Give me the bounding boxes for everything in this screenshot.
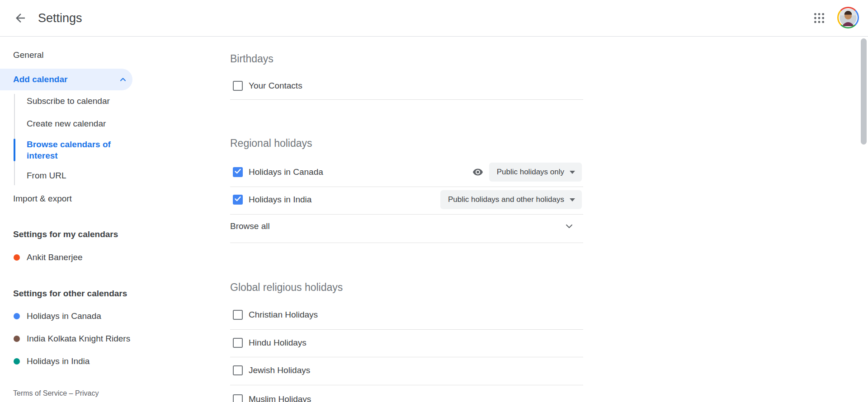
dropdown-holidays-in-india[interactable]: Public holidays and other holidays [440,190,582,209]
sidebar-heading-other-calendars: Settings for other calendars [13,285,127,303]
section-heading-regional-holidays: Regional holidays [230,137,312,150]
caret-down-icon [570,171,575,174]
arrow-back-icon [14,19,27,26]
sidebar-item-holidays-in-india[interactable]: Holidays in India [0,352,145,370]
row-muslim-holidays: Muslim Holidays [230,385,583,402]
checkbox-your-contacts[interactable] [233,81,243,91]
divider [230,243,583,243]
checkbox-muslim-holidays[interactable] [233,394,243,402]
checkbox-holidays-in-canada[interactable] [233,167,243,177]
dropdown-holidays-in-canada[interactable]: Public holidays only [489,163,582,182]
calendar-color-dot [14,313,20,319]
chevron-down-icon [564,221,575,232]
section-heading-global-religious-holidays: Global religious holidays [230,281,343,294]
checkbox-jewish-holidays[interactable] [233,365,243,375]
apps-grid-icon [813,19,825,25]
row-your-contacts: Your Contacts [230,71,583,100]
caret-down-icon [570,198,575,201]
settings-page: Settings [0,0,868,402]
scrollbar-thumb[interactable] [861,38,867,145]
sidebar-item-general[interactable]: General [13,46,44,64]
privacy-link[interactable]: Privacy [75,389,99,397]
user-photo [839,8,858,27]
calendar-color-dot [14,254,20,261]
checkbox-holidays-in-india[interactable] [233,195,243,205]
check-icon [234,195,242,205]
row-hindu-holidays: Hindu Holidays [230,328,583,357]
back-button[interactable] [13,11,28,26]
chevron-up-icon [118,75,127,86]
checkbox-hindu-holidays[interactable] [233,338,243,348]
row-jewish-holidays: Jewish Holidays [230,356,583,385]
terms-of-service-link[interactable]: Terms of Service [13,389,67,397]
sidebar-item-add-calendar[interactable]: Add calendar [0,69,132,90]
header: Settings [0,0,868,37]
sidebar-item-import-export[interactable]: Import & export [13,190,72,208]
google-apps-button[interactable] [812,12,826,25]
calendar-color-dot [14,336,20,342]
row-christian-holidays: Christian Holidays [230,300,583,329]
submenu-active-indicator [14,139,15,161]
visibility-preview-button[interactable] [472,167,483,178]
sidebar-heading-my-calendars: Settings for my calendars [13,225,118,243]
account-avatar[interactable] [837,7,859,28]
main-content: Birthdays Your Contacts Regional holiday… [230,37,583,402]
page-title: Settings [38,0,82,37]
check-icon [234,167,242,177]
calendar-color-dot [14,358,20,365]
row-browse-all[interactable]: Browse all [230,212,583,241]
sidebar-item-browse-calendars-of-interest[interactable]: Browse calendars of interest [27,139,113,161]
footer-separator: – [69,389,73,397]
checkbox-christian-holidays[interactable] [233,310,243,320]
sidebar: General Add calendar Subscribe to calend… [0,37,199,402]
divider [230,99,583,100]
sidebar-item-subscribe-to-calendar[interactable]: Subscribe to calendar [27,92,110,110]
sidebar-footer: Terms of Service – Privacy [13,384,99,402]
sidebar-item-create-new-calendar[interactable]: Create new calendar [27,115,106,133]
sidebar-item-ankit-banerjee[interactable]: Ankit Banerjee [0,248,145,266]
sidebar-item-india-kolkata-knight-riders[interactable]: India Kolkata Knight Riders [0,330,145,348]
sidebar-item-holidays-in-canada[interactable]: Holidays in Canada [0,307,145,325]
section-heading-birthdays: Birthdays [230,52,274,65]
sidebar-item-from-url[interactable]: From URL [27,167,66,185]
eye-icon [472,172,483,179]
